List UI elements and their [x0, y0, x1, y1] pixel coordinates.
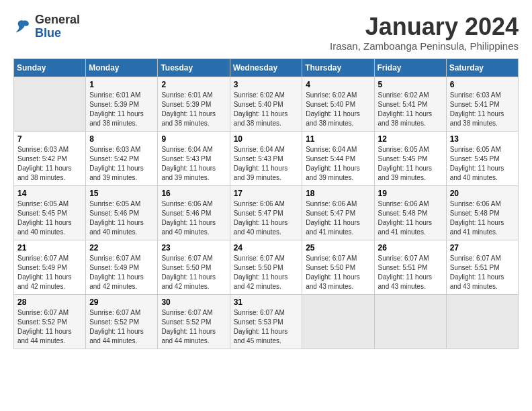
day-number: 27 [450, 243, 515, 253]
calendar-cell: 3Sunrise: 6:02 AMSunset: 5:40 PMDaylight… [230, 77, 302, 131]
day-info: Sunrise: 6:02 AMSunset: 5:40 PMDaylight:… [306, 91, 370, 128]
calendar-cell: 4Sunrise: 6:02 AMSunset: 5:40 PMDaylight… [302, 77, 374, 131]
month-title: January 2024 [330, 13, 519, 40]
calendar-cell: 16Sunrise: 6:06 AMSunset: 5:46 PMDayligh… [158, 185, 230, 240]
calendar-cell: 19Sunrise: 6:06 AMSunset: 5:48 PMDayligh… [374, 185, 446, 240]
day-info: Sunrise: 6:07 AMSunset: 5:52 PMDaylight:… [17, 308, 82, 346]
calendar-cell: 21Sunrise: 6:07 AMSunset: 5:49 PMDayligh… [14, 240, 86, 294]
day-number: 4 [306, 80, 370, 89]
calendar-cell: 20Sunrise: 6:06 AMSunset: 5:48 PMDayligh… [446, 185, 518, 240]
calendar-body: 1Sunrise: 6:01 AMSunset: 5:39 PMDaylight… [14, 77, 519, 349]
day-info: Sunrise: 6:02 AMSunset: 5:41 PMDaylight:… [378, 91, 443, 128]
calendar-week-row: 1Sunrise: 6:01 AMSunset: 5:39 PMDaylight… [14, 77, 519, 131]
day-info: Sunrise: 6:01 AMSunset: 5:39 PMDaylight:… [161, 91, 226, 128]
day-info: Sunrise: 6:05 AMSunset: 5:46 PMDaylight:… [89, 199, 154, 237]
calendar-cell: 2Sunrise: 6:01 AMSunset: 5:39 PMDaylight… [158, 77, 230, 131]
day-info: Sunrise: 6:05 AMSunset: 5:45 PMDaylight:… [17, 199, 82, 237]
page-header: General Blue January 2024 Irasan, Zamboa… [13, 13, 519, 52]
day-number: 13 [450, 134, 515, 144]
calendar-cell [14, 77, 86, 131]
day-number: 6 [450, 80, 515, 89]
day-number: 7 [17, 134, 82, 144]
calendar-week-row: 28Sunrise: 6:07 AMSunset: 5:52 PMDayligh… [14, 294, 519, 349]
calendar-cell: 12Sunrise: 6:05 AMSunset: 5:45 PMDayligh… [374, 131, 446, 185]
calendar-cell: 5Sunrise: 6:02 AMSunset: 5:41 PMDaylight… [374, 77, 446, 131]
calendar-cell: 17Sunrise: 6:06 AMSunset: 5:47 PMDayligh… [230, 185, 302, 240]
calendar-cell: 10Sunrise: 6:04 AMSunset: 5:43 PMDayligh… [230, 131, 302, 185]
day-number: 19 [378, 189, 443, 198]
day-info: Sunrise: 6:04 AMSunset: 5:43 PMDaylight:… [161, 145, 226, 183]
day-number: 26 [378, 243, 443, 253]
day-info: Sunrise: 6:06 AMSunset: 5:48 PMDaylight:… [450, 199, 515, 237]
day-number: 31 [234, 298, 299, 307]
day-number: 15 [89, 189, 154, 198]
calendar-header-cell: Tuesday [158, 58, 230, 77]
calendar-cell: 31Sunrise: 6:07 AMSunset: 5:53 PMDayligh… [230, 294, 302, 349]
day-number: 23 [161, 243, 226, 253]
day-number: 24 [234, 243, 299, 253]
title-section: January 2024 Irasan, Zamboanga Peninsula… [330, 13, 519, 52]
calendar-header-cell: Thursday [302, 58, 374, 77]
calendar-header-cell: Saturday [446, 58, 518, 77]
day-number: 9 [161, 134, 226, 144]
logo: General Blue [13, 13, 80, 40]
calendar-cell: 13Sunrise: 6:05 AMSunset: 5:45 PMDayligh… [446, 131, 518, 185]
calendar-cell [374, 294, 446, 349]
calendar-cell: 1Sunrise: 6:01 AMSunset: 5:39 PMDaylight… [86, 77, 158, 131]
day-number: 3 [234, 80, 299, 89]
day-info: Sunrise: 6:04 AMSunset: 5:43 PMDaylight:… [234, 145, 299, 183]
day-number: 10 [234, 134, 299, 144]
day-info: Sunrise: 6:07 AMSunset: 5:50 PMDaylight:… [161, 254, 226, 291]
calendar-table: SundayMondayTuesdayWednesdayThursdayFrid… [13, 58, 519, 349]
calendar-cell: 6Sunrise: 6:03 AMSunset: 5:41 PMDaylight… [446, 77, 518, 131]
day-info: Sunrise: 6:05 AMSunset: 5:45 PMDaylight:… [450, 145, 515, 183]
calendar-week-row: 21Sunrise: 6:07 AMSunset: 5:49 PMDayligh… [14, 240, 519, 294]
calendar-cell: 25Sunrise: 6:07 AMSunset: 5:50 PMDayligh… [302, 240, 374, 294]
day-number: 25 [306, 243, 370, 253]
day-number: 11 [306, 134, 370, 144]
day-info: Sunrise: 6:03 AMSunset: 5:42 PMDaylight:… [17, 145, 82, 183]
day-number: 16 [161, 189, 226, 198]
calendar-header-row: SundayMondayTuesdayWednesdayThursdayFrid… [14, 58, 519, 77]
day-number: 2 [161, 80, 226, 89]
calendar-cell: 8Sunrise: 6:03 AMSunset: 5:42 PMDaylight… [86, 131, 158, 185]
day-info: Sunrise: 6:07 AMSunset: 5:52 PMDaylight:… [161, 308, 226, 346]
calendar-cell: 9Sunrise: 6:04 AMSunset: 5:43 PMDaylight… [158, 131, 230, 185]
day-number: 21 [17, 243, 82, 253]
logo-icon [13, 17, 32, 36]
calendar-cell: 14Sunrise: 6:05 AMSunset: 5:45 PMDayligh… [14, 185, 86, 240]
calendar-header-cell: Sunday [14, 58, 86, 77]
calendar-week-row: 14Sunrise: 6:05 AMSunset: 5:45 PMDayligh… [14, 185, 519, 240]
day-info: Sunrise: 6:07 AMSunset: 5:49 PMDaylight:… [89, 254, 154, 291]
calendar-cell: 29Sunrise: 6:07 AMSunset: 5:52 PMDayligh… [86, 294, 158, 349]
day-info: Sunrise: 6:04 AMSunset: 5:44 PMDaylight:… [306, 145, 370, 183]
calendar-cell: 28Sunrise: 6:07 AMSunset: 5:52 PMDayligh… [14, 294, 86, 349]
day-number: 12 [378, 134, 443, 144]
day-info: Sunrise: 6:06 AMSunset: 5:48 PMDaylight:… [378, 199, 443, 237]
day-info: Sunrise: 6:02 AMSunset: 5:40 PMDaylight:… [234, 91, 299, 128]
day-info: Sunrise: 6:07 AMSunset: 5:52 PMDaylight:… [89, 308, 154, 346]
day-number: 28 [17, 298, 82, 307]
calendar-cell [302, 294, 374, 349]
location-subtitle: Irasan, Zamboanga Peninsula, Philippines [330, 40, 519, 52]
calendar-cell: 23Sunrise: 6:07 AMSunset: 5:50 PMDayligh… [158, 240, 230, 294]
calendar-cell: 11Sunrise: 6:04 AMSunset: 5:44 PMDayligh… [302, 131, 374, 185]
logo-text: General Blue [35, 13, 80, 40]
day-number: 22 [89, 243, 154, 253]
day-info: Sunrise: 6:07 AMSunset: 5:49 PMDaylight:… [17, 254, 82, 291]
calendar-cell [446, 294, 518, 349]
calendar-cell: 22Sunrise: 6:07 AMSunset: 5:49 PMDayligh… [86, 240, 158, 294]
day-info: Sunrise: 6:07 AMSunset: 5:50 PMDaylight:… [306, 254, 370, 291]
day-number: 14 [17, 189, 82, 198]
calendar-cell: 24Sunrise: 6:07 AMSunset: 5:50 PMDayligh… [230, 240, 302, 294]
day-number: 17 [234, 189, 299, 198]
day-number: 5 [378, 80, 443, 89]
calendar-cell: 18Sunrise: 6:06 AMSunset: 5:47 PMDayligh… [302, 185, 374, 240]
calendar-header-cell: Friday [374, 58, 446, 77]
day-info: Sunrise: 6:06 AMSunset: 5:47 PMDaylight:… [234, 199, 299, 237]
day-info: Sunrise: 6:05 AMSunset: 5:45 PMDaylight:… [378, 145, 443, 183]
calendar-cell: 7Sunrise: 6:03 AMSunset: 5:42 PMDaylight… [14, 131, 86, 185]
day-info: Sunrise: 6:03 AMSunset: 5:42 PMDaylight:… [89, 145, 154, 183]
day-number: 18 [306, 189, 370, 198]
day-number: 29 [89, 298, 154, 307]
